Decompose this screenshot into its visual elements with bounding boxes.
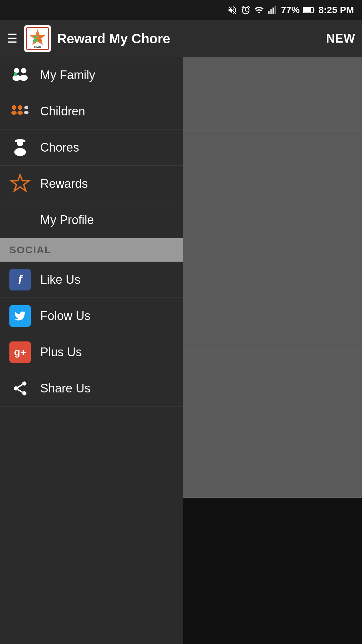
svg-point-24 xyxy=(24,111,28,114)
sidebar-item-label-share-us: Share Us xyxy=(40,381,90,395)
svg-point-19 xyxy=(12,105,16,110)
svg-marker-29 xyxy=(11,175,29,191)
svg-point-28 xyxy=(14,148,26,156)
sidebar-item-follow-us[interactable]: Folow Us xyxy=(0,298,183,334)
main-layout: My Family Children xyxy=(0,57,362,644)
svg-point-14 xyxy=(14,68,19,73)
rewards-icon xyxy=(9,173,31,195)
content-row-5 xyxy=(183,351,362,424)
share-icon xyxy=(9,378,31,399)
profile-icon xyxy=(9,209,31,231)
sidebar-item-label-like-us: Like Us xyxy=(40,273,80,287)
svg-point-11 xyxy=(39,35,42,38)
googleplus-icon: g+ xyxy=(9,341,31,363)
svg-rect-1 xyxy=(270,9,272,14)
chores-icon xyxy=(9,137,31,158)
svg-point-16 xyxy=(21,68,26,73)
content-row-2 xyxy=(183,130,362,204)
svg-point-21 xyxy=(18,105,22,110)
svg-rect-5 xyxy=(313,9,314,11)
svg-line-34 xyxy=(18,384,22,387)
status-icons: 77% 8:25 PM xyxy=(227,5,354,15)
rmc-logo-svg: RMC xyxy=(26,27,49,50)
content-area xyxy=(183,57,362,644)
svg-rect-2 xyxy=(273,8,274,14)
signal-icon xyxy=(267,5,278,15)
status-bar: 77% 8:25 PM xyxy=(0,0,362,20)
wifi-icon xyxy=(254,5,264,15)
social-section-header: SOCIAL xyxy=(0,238,183,262)
twitter-icon xyxy=(9,305,31,327)
content-bottom xyxy=(183,498,362,644)
svg-rect-3 xyxy=(275,6,276,14)
sidebar-item-my-family[interactable]: My Family xyxy=(0,57,183,93)
hamburger-menu[interactable]: ☰ xyxy=(7,32,17,46)
app-title: Reward My Chore xyxy=(57,31,326,46)
svg-point-30 xyxy=(22,381,26,386)
sidebar-item-label-follow-us: Folow Us xyxy=(40,309,90,323)
new-button[interactable]: NEW xyxy=(326,32,355,46)
app-logo: RMC xyxy=(24,25,51,52)
svg-rect-0 xyxy=(268,11,270,14)
facebook-icon: f xyxy=(9,269,31,290)
drawer: My Family Children xyxy=(0,57,183,644)
content-row-4 xyxy=(183,277,362,351)
svg-text:RMC: RMC xyxy=(34,45,41,49)
sidebar-item-label-rewards: Rewards xyxy=(40,177,88,191)
sidebar-item-label-my-family: My Family xyxy=(40,68,95,82)
battery-icon xyxy=(303,5,315,15)
svg-rect-6 xyxy=(304,8,311,12)
app-bar: ☰ RMC Reward My Chore NEW xyxy=(0,20,362,57)
svg-point-31 xyxy=(14,386,18,390)
svg-point-27 xyxy=(15,139,25,143)
sidebar-item-label-plus-us: Plus Us xyxy=(40,345,82,359)
sidebar-item-label-my-profile: My Profile xyxy=(40,213,94,227)
svg-marker-8 xyxy=(29,29,46,45)
svg-line-33 xyxy=(18,389,22,392)
mute-icon xyxy=(227,5,237,15)
sidebar-item-my-profile[interactable]: My Profile xyxy=(0,202,183,238)
content-row-3 xyxy=(183,204,362,277)
svg-point-17 xyxy=(20,74,28,81)
svg-point-23 xyxy=(24,105,28,109)
children-icon xyxy=(9,101,31,122)
sidebar-item-label-children: Children xyxy=(40,104,85,118)
family-icon xyxy=(9,64,31,86)
time-display: 8:25 PM xyxy=(318,5,354,15)
sidebar-item-like-us[interactable]: f Like Us xyxy=(0,262,183,298)
svg-point-20 xyxy=(11,111,17,114)
content-row-6 xyxy=(183,424,362,498)
sidebar-item-children[interactable]: Children xyxy=(0,93,183,129)
sidebar-item-rewards[interactable]: Rewards xyxy=(0,166,183,202)
svg-point-32 xyxy=(22,391,26,395)
sidebar-item-chores[interactable]: Chores xyxy=(0,129,183,166)
svg-point-18 xyxy=(14,72,17,76)
svg-point-22 xyxy=(17,111,23,114)
sidebar-item-plus-us[interactable]: g+ Plus Us xyxy=(0,334,183,370)
content-row-1 xyxy=(183,57,362,130)
svg-point-10 xyxy=(33,39,37,42)
battery-percent: 77% xyxy=(281,5,300,15)
svg-point-12 xyxy=(38,39,42,42)
sidebar-item-label-chores: Chores xyxy=(40,141,79,155)
alarm-icon xyxy=(241,5,251,15)
svg-point-9 xyxy=(34,35,37,38)
sidebar-item-share-us[interactable]: Share Us xyxy=(0,370,183,407)
